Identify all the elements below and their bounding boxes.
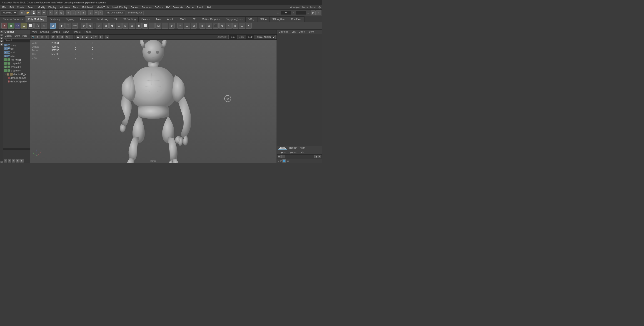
- gamma-select[interactable]: sRGB gamma: [255, 35, 276, 39]
- bottom-btn-3[interactable]: ▶: [12, 159, 16, 162]
- select-tool[interactable]: ↖: [49, 11, 54, 15]
- object-tab[interactable]: Object: [298, 30, 306, 33]
- display-icon1[interactable]: ⊞: [200, 23, 206, 29]
- outliner-display[interactable]: Display: [4, 34, 13, 37]
- anim-tab[interactable]: Anim: [299, 146, 306, 149]
- smooth-shade-btn[interactable]: ◕: [50, 23, 56, 29]
- snap-point[interactable]: •: [99, 11, 103, 15]
- plane-icon-btn[interactable]: ⬜: [28, 23, 34, 29]
- mode-dropdown[interactable]: Modeling: [1, 11, 17, 15]
- new-scene-btn[interactable]: 🗋: [20, 11, 24, 15]
- bottom-btn-4[interactable]: ▶: [16, 159, 20, 162]
- vp-menu-renderer[interactable]: Renderer: [70, 30, 83, 34]
- tab-animation[interactable]: Animation: [77, 16, 94, 22]
- save-btn[interactable]: 💾: [31, 11, 36, 15]
- layer-collapse-icon[interactable]: ◀: [314, 155, 318, 158]
- menu-arnold[interactable]: Arnold: [196, 6, 206, 9]
- menu-deform[interactable]: Deform: [154, 6, 164, 9]
- x-input[interactable]: [281, 11, 291, 15]
- display-tab[interactable]: Display: [278, 146, 287, 149]
- tab-custom[interactable]: Custom: [138, 16, 153, 22]
- open-btn[interactable]: 📂: [25, 11, 30, 15]
- display-icon8[interactable]: ✗: [246, 23, 252, 29]
- rotate-tool[interactable]: ↻: [71, 11, 76, 15]
- tab-poly-modeling[interactable]: Poly Modeling: [26, 16, 47, 22]
- layer-visibility-icon[interactable]: 👁: [278, 155, 281, 158]
- bottom-btn-1[interactable]: ▶: [4, 159, 7, 162]
- no-live-surface-btn[interactable]: No Live Surface: [105, 11, 126, 15]
- viewport-canvas[interactable]: Verts: 268941 0 0 Edges: 806559 0 0 Face…: [30, 40, 276, 163]
- pause-btn[interactable]: ⏸: [316, 11, 321, 15]
- pipe-icon-btn[interactable]: ⊂: [41, 23, 47, 29]
- menu-mesh-tools[interactable]: Mesh Tools: [95, 6, 110, 9]
- bottom-btn-2[interactable]: ▶: [8, 159, 11, 162]
- obj-icon2[interactable]: ⊞: [103, 23, 108, 29]
- menu-generate[interactable]: Generate: [171, 6, 184, 9]
- workspace-expand-icon[interactable]: ⚙: [318, 6, 321, 9]
- display-icon4[interactable]: ⊗: [219, 23, 225, 29]
- obj-icon6[interactable]: ⊠: [129, 23, 135, 29]
- layers-tab[interactable]: Layers: [278, 151, 286, 154]
- menu-windows[interactable]: Windows: [58, 6, 71, 9]
- vp-paint-btn[interactable]: ✎: [44, 35, 49, 39]
- left-icon-3[interactable]: ▶: [0, 37, 3, 39]
- layer-expand-icon[interactable]: ▶: [318, 155, 321, 158]
- display-icon7[interactable]: ⊡: [239, 23, 245, 29]
- tree-item-chapter02[interactable]: ⬡ ⬡ chapter02: [3, 61, 30, 65]
- sphere-icon-btn[interactable]: ●: [1, 23, 7, 29]
- obj-icon10[interactable]: ◲: [156, 23, 161, 29]
- obj-icon8[interactable]: ⬜: [142, 23, 148, 29]
- tree-item-persp[interactable]: ⊞ 📷 persp: [3, 43, 30, 47]
- tree-item-side[interactable]: ⊞ 📷 side: [3, 54, 30, 58]
- menu-edit[interactable]: Edit: [8, 6, 15, 9]
- cone-icon-btn[interactable]: ▲: [21, 23, 27, 29]
- tab-mj[interactable]: MJ: [190, 16, 199, 22]
- vp-menu-panels[interactable]: Panels: [83, 30, 93, 34]
- vp-grid-btn[interactable]: ⊞: [36, 35, 40, 39]
- show-tab[interactable]: Show: [308, 30, 315, 33]
- edit-tab[interactable]: Edit: [291, 30, 296, 33]
- vp-shading-btn2[interactable]: ◑: [80, 35, 84, 39]
- vp-camera-btn[interactable]: 📷: [31, 35, 35, 39]
- menu-modify[interactable]: Modify: [36, 6, 46, 9]
- menu-mesh[interactable]: Mesh: [72, 6, 80, 9]
- snap-grid[interactable]: ⋮: [88, 11, 93, 15]
- vp-menu-view[interactable]: View: [31, 30, 39, 34]
- tab-realflow[interactable]: RealFlow: [288, 16, 304, 22]
- obj-icon11[interactable]: ◳: [162, 23, 168, 29]
- tree-item-front[interactable]: ⊞ 📷 front: [3, 51, 30, 54]
- obj-icon5[interactable]: ⊟: [122, 23, 128, 29]
- left-icon-1[interactable]: ▶: [0, 31, 3, 33]
- menu-uv[interactable]: UV: [165, 6, 171, 9]
- redo-btn[interactable]: ↪: [42, 11, 46, 15]
- layer-add-icon[interactable]: +: [281, 155, 284, 158]
- gain-input[interactable]: [246, 35, 255, 39]
- cube-icon-btn[interactable]: ▣: [8, 23, 14, 29]
- display-icon6[interactable]: ⊞: [232, 23, 238, 29]
- bottom-btn-5[interactable]: ▶: [20, 159, 24, 162]
- transform-tool[interactable]: ⊞: [81, 11, 86, 15]
- obj-icon12[interactable]: ⊕: [168, 23, 174, 29]
- snap-icon2[interactable]: ⊗: [87, 23, 93, 29]
- tree-item-top[interactable]: ⊞ 📷 top: [3, 47, 30, 51]
- outliner-help[interactable]: Help: [22, 34, 28, 37]
- tab-curves-surfaces[interactable]: Curves / Surfaces: [0, 16, 26, 22]
- T-icon-btn[interactable]: T: [65, 23, 71, 29]
- tab-fx[interactable]: FX: [111, 16, 120, 22]
- move-tool[interactable]: ✛: [66, 11, 71, 15]
- vp-display-btn1[interactable]: ⊟: [51, 35, 55, 39]
- menu-file[interactable]: File: [1, 6, 8, 9]
- help-tab[interactable]: Help: [298, 151, 305, 154]
- edit-icon3[interactable]: ⊟: [191, 23, 196, 29]
- menu-select[interactable]: Select: [26, 6, 36, 9]
- left-icon-4[interactable]: ▶: [0, 40, 3, 42]
- tab-vray[interactable]: VRay: [246, 16, 258, 22]
- tree-item-chapter04[interactable]: ⬡ ⬡ chapter04: [3, 65, 30, 69]
- vp-display-btn3[interactable]: ⊠: [60, 35, 64, 39]
- render-tab[interactable]: Render: [288, 146, 298, 149]
- display-icon5[interactable]: ✕: [226, 23, 232, 29]
- tab-anim[interactable]: Anim: [153, 16, 164, 22]
- vp-shading-btn4[interactable]: ●: [90, 35, 94, 39]
- tree-item-chapter11[interactable]: ▼ ⊞ ⬡ chapter11_body_grp: [3, 72, 30, 76]
- y-input[interactable]: [296, 11, 306, 15]
